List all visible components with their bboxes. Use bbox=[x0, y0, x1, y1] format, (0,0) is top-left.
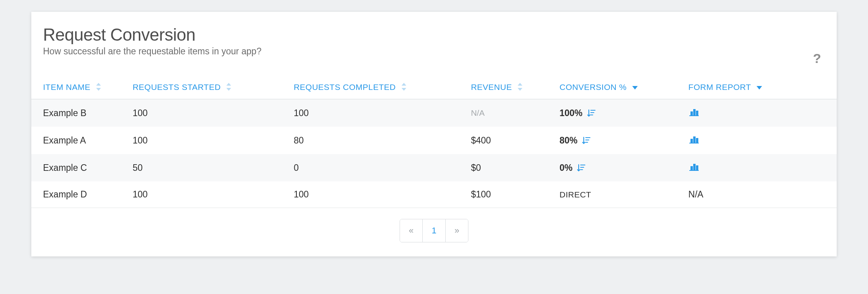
sort-both-icon bbox=[401, 83, 406, 91]
page-subtitle: How successful are the requestable items… bbox=[43, 46, 825, 57]
form-report-na: N/A bbox=[689, 189, 703, 199]
sort-both-icon bbox=[517, 83, 522, 91]
conversion-wrapper: 80% bbox=[560, 135, 591, 146]
col-form-report[interactable]: FORM REPORT bbox=[684, 76, 837, 99]
cell-form-report bbox=[684, 127, 837, 154]
cell-conversion: 0% bbox=[555, 154, 684, 181]
col-requests-started[interactable]: REQUESTS STARTED bbox=[128, 76, 289, 99]
cell-requests-started: 100 bbox=[128, 127, 289, 154]
funnel-sort-icon[interactable] bbox=[581, 136, 591, 145]
bar-chart-icon[interactable] bbox=[689, 107, 699, 117]
cell-form-report bbox=[684, 99, 837, 127]
cell-conversion: 80% bbox=[555, 127, 684, 154]
col-conversion[interactable]: CONVERSION % bbox=[555, 76, 684, 99]
table-row: Example C500$00% bbox=[31, 154, 837, 181]
col-item-name[interactable]: ITEM NAME bbox=[31, 76, 128, 99]
sort-both-icon bbox=[226, 83, 231, 91]
col-label: ITEM NAME bbox=[43, 82, 90, 91]
svg-rect-5 bbox=[691, 112, 692, 115]
page-prev-button[interactable]: « bbox=[400, 219, 423, 242]
cell-requests-completed: 100 bbox=[289, 181, 466, 208]
cell-revenue: N/A bbox=[466, 99, 555, 127]
cell-conversion: DIRECT bbox=[555, 181, 684, 208]
cell-requests-completed: 100 bbox=[289, 99, 466, 127]
col-label: REQUESTS COMPLETED bbox=[294, 82, 396, 91]
card-header: Request Conversion How successful are th… bbox=[31, 12, 837, 61]
cell-revenue: $100 bbox=[466, 181, 555, 208]
cell-item-name: Example B bbox=[31, 99, 128, 127]
conversion-wrapper: 100% bbox=[560, 108, 596, 118]
svg-rect-21 bbox=[691, 167, 692, 170]
bar-chart-icon[interactable] bbox=[689, 162, 699, 171]
col-label: REQUESTS STARTED bbox=[133, 82, 221, 91]
svg-rect-15 bbox=[696, 138, 698, 143]
table-row: Example A10080$40080% bbox=[31, 127, 837, 154]
col-label: REVENUE bbox=[471, 82, 512, 91]
svg-rect-22 bbox=[694, 164, 695, 170]
page-next-button[interactable]: » bbox=[445, 219, 468, 242]
conversion-value: 80% bbox=[560, 135, 577, 146]
cell-requests-started: 50 bbox=[128, 154, 289, 181]
cell-form-report bbox=[684, 154, 837, 181]
page-title: Request Conversion bbox=[43, 25, 825, 45]
pagination: « 1 » bbox=[31, 208, 837, 256]
sort-desc-icon bbox=[757, 86, 762, 90]
conversion-value: 100% bbox=[560, 108, 583, 118]
svg-rect-6 bbox=[694, 109, 695, 115]
bar-chart-icon[interactable] bbox=[689, 134, 699, 144]
svg-rect-7 bbox=[696, 111, 698, 115]
page-number-current[interactable]: 1 bbox=[423, 219, 445, 242]
cell-item-name: Example C bbox=[31, 154, 128, 181]
cell-form-report: N/A bbox=[684, 181, 837, 208]
cell-conversion: 100% bbox=[555, 99, 684, 127]
cell-requests-started: 100 bbox=[128, 181, 289, 208]
col-requests-completed[interactable]: REQUESTS COMPLETED bbox=[289, 76, 466, 99]
table-row: Example B100100N/A100% bbox=[31, 99, 837, 127]
sort-both-icon bbox=[95, 83, 101, 91]
col-label: FORM REPORT bbox=[689, 82, 751, 91]
col-revenue[interactable]: REVENUE bbox=[466, 76, 555, 99]
pagination-box: « 1 » bbox=[400, 219, 468, 242]
cell-requests-completed: 80 bbox=[289, 127, 466, 154]
cell-revenue: $0 bbox=[466, 154, 555, 181]
cell-requests-started: 100 bbox=[128, 99, 289, 127]
funnel-sort-icon[interactable] bbox=[586, 108, 596, 118]
request-conversion-card: Request Conversion How successful are th… bbox=[31, 12, 837, 256]
cell-item-name: Example A bbox=[31, 127, 128, 154]
svg-rect-14 bbox=[694, 137, 695, 143]
cell-requests-completed: 0 bbox=[289, 154, 466, 181]
table-row: Example D100100$100DIRECTN/A bbox=[31, 181, 837, 208]
col-label: CONVERSION % bbox=[560, 82, 627, 91]
svg-rect-23 bbox=[696, 166, 698, 170]
conversion-value: DIRECT bbox=[560, 190, 591, 199]
cell-item-name: Example D bbox=[31, 181, 128, 208]
conversion-wrapper: 0% bbox=[560, 163, 586, 173]
table-body: Example B100100N/A100%Example A10080$400… bbox=[31, 99, 837, 208]
table-header-row: ITEM NAME REQUESTS STARTED REQUESTS COMP… bbox=[31, 76, 837, 99]
conversion-table: ITEM NAME REQUESTS STARTED REQUESTS COMP… bbox=[31, 76, 837, 208]
svg-rect-13 bbox=[691, 139, 692, 143]
sort-desc-icon bbox=[632, 86, 638, 90]
cell-revenue: $400 bbox=[466, 127, 555, 154]
conversion-value: 0% bbox=[560, 163, 572, 173]
funnel-sort-icon[interactable] bbox=[576, 163, 586, 172]
help-icon[interactable]: ? bbox=[813, 51, 821, 66]
